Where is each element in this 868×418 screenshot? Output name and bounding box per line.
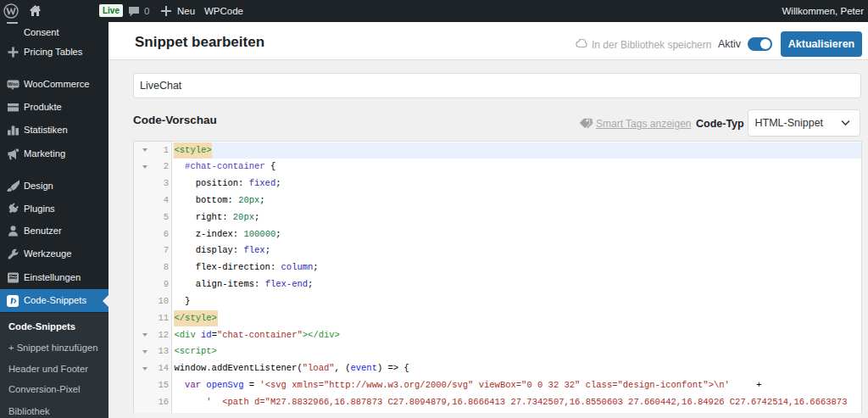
- svg-text:Woo: Woo: [8, 81, 19, 86]
